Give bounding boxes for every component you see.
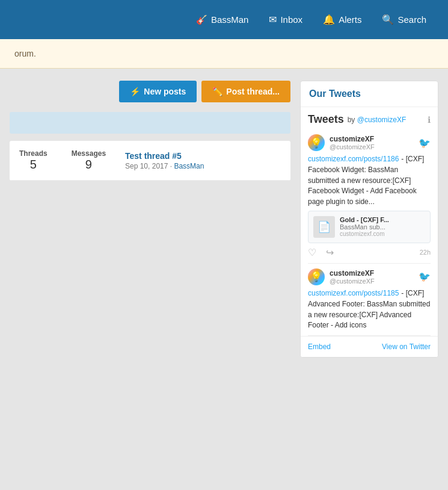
- tweet-user-row-2: 💡 customizeXF @customizeXF 🐦: [308, 268, 431, 285]
- by-text: by: [348, 116, 355, 124]
- lightning-icon: ⚡: [130, 87, 140, 96]
- tweets-widget-header: Our Tweets: [301, 81, 438, 107]
- tweet-card-sub-1: BassMan sub...: [340, 223, 425, 231]
- tweet-item-1: 💡 customizeXF @customizeXF 🐦 customizexf…: [308, 129, 431, 264]
- tweet-time-1: 22h: [420, 249, 431, 256]
- threads-count: 5: [30, 158, 37, 172]
- brand-label: BassMan: [211, 14, 249, 25]
- alerts-icon: 🔔: [323, 14, 335, 25]
- notice-text: orum.: [14, 49, 36, 58]
- left-panel: ⚡ New posts ✏️ Post thread... Threads 5 …: [10, 81, 290, 181]
- tweet-link-1[interactable]: customizexf.com/posts/1186: [308, 155, 399, 163]
- messages-stat: Messages 9: [72, 149, 106, 172]
- nav-inbox[interactable]: ✉ Inbox: [259, 9, 312, 30]
- tweet-avatar-2: 💡: [308, 268, 325, 285]
- tweet-card-title-1: Gold - [CXF] F...: [340, 216, 425, 223]
- tweet-link-2[interactable]: customizexf.com/posts/1185: [308, 289, 399, 297]
- nav-search[interactable]: 🔍 Search: [372, 9, 436, 30]
- table-row: Threads 5 Messages 9 Test thread #5 Sep …: [10, 141, 290, 181]
- post-thread-label: Post thread...: [226, 87, 280, 96]
- main-area: ⚡ New posts ✏️ Post thread... Threads 5 …: [0, 69, 448, 490]
- alerts-label: Alerts: [339, 14, 361, 25]
- new-posts-label: New posts: [144, 87, 186, 96]
- header-nav: 🎸 BassMan ✉ Inbox 🔔 Alerts 🔍 Search: [186, 9, 436, 30]
- thread-info: Test thread #5 Sep 10, 2017 · BassMan: [125, 151, 281, 170]
- tweet-body-1: customizexf.com/posts/1186 - [CXF] Faceb…: [308, 154, 431, 207]
- thread-list: Threads 5 Messages 9 Test thread #5 Sep …: [10, 141, 290, 181]
- nav-brand[interactable]: 🎸 BassMan: [186, 10, 259, 30]
- threads-label: Threads: [19, 149, 48, 158]
- twitter-bird-icon-1: 🐦: [419, 137, 431, 149]
- header: 🎸 BassMan ✉ Inbox 🔔 Alerts 🔍 Search: [0, 0, 448, 39]
- tweet-user-info-2: customizeXF @customizeXF: [330, 269, 414, 285]
- tweet-actions-1: ♡ ↪ 22h: [308, 247, 431, 258]
- tweet-username-2: customizeXF: [330, 269, 414, 278]
- tweet-user-row-1: 💡 customizeXF @customizeXF 🐦: [308, 134, 431, 151]
- thread-meta: Sep 10, 2017 · BassMan: [125, 162, 281, 170]
- tweet-handle-1: @customizeXF: [330, 143, 414, 150]
- thread-date: Sep 10, 2017: [125, 162, 168, 170]
- info-icon[interactable]: ℹ: [428, 115, 431, 125]
- tweet-retweet-button-1[interactable]: ↪: [326, 247, 334, 258]
- search-icon: 🔍: [382, 14, 394, 25]
- action-buttons-row: ⚡ New posts ✏️ Post thread...: [10, 81, 290, 102]
- filter-bar[interactable]: [10, 112, 290, 134]
- tweet-card-1[interactable]: 📄 Gold - [CXF] F... BassMan sub... custo…: [308, 211, 431, 243]
- tweet-user-info-1: customizeXF @customizeXF: [330, 135, 414, 150]
- search-label: Search: [397, 14, 426, 25]
- tweet-body-2: customizexf.com/posts/1185 - [CXF] Advan…: [308, 288, 431, 330]
- thread-author-link[interactable]: BassMan: [174, 162, 204, 170]
- tweets-header-label: Our Tweets: [309, 88, 361, 99]
- tweet-username-1: customizeXF: [330, 135, 414, 143]
- tweets-body: Tweets by @customizeXF ℹ 💡 customizeXF: [301, 107, 438, 357]
- thread-title-link[interactable]: Test thread #5: [125, 151, 182, 161]
- twitter-bird-icon-2: 🐦: [419, 271, 431, 282]
- tweets-footer: Embed View on Twitter: [301, 336, 438, 357]
- tweets-logo-label: Tweets: [308, 113, 344, 126]
- tweets-by-label: by @customizeXF: [348, 116, 407, 124]
- tweet-handle-2: @customizeXF: [330, 278, 414, 285]
- tweet-avatar-1: 💡: [308, 134, 325, 151]
- tweets-title-row: Tweets by @customizeXF ℹ: [301, 107, 438, 129]
- tweets-handle[interactable]: @customizeXF: [357, 116, 407, 124]
- inbox-label: Inbox: [280, 14, 302, 25]
- tweets-widget: Our Tweets Tweets by @customizeXF ℹ 💡: [300, 81, 438, 358]
- brand-icon: 🎸: [196, 14, 207, 25]
- nav-alerts[interactable]: 🔔 Alerts: [313, 9, 371, 30]
- inbox-icon: ✉: [269, 14, 277, 25]
- thread-stats: Threads 5 Messages 9: [19, 149, 115, 172]
- messages-count: 9: [85, 158, 92, 172]
- edit-icon: ✏️: [212, 87, 222, 96]
- tweet-card-info-1: Gold - [CXF] F... BassMan sub... customi…: [340, 216, 425, 237]
- tweet-card-domain-1: customizexf.com: [340, 231, 425, 237]
- tweet-like-button-1[interactable]: ♡: [308, 247, 316, 258]
- view-on-twitter-link[interactable]: View on Twitter: [382, 343, 431, 351]
- new-posts-button[interactable]: ⚡ New posts: [119, 81, 197, 102]
- notice-bar: orum.: [0, 39, 448, 69]
- embed-link[interactable]: Embed: [308, 343, 331, 351]
- tweet-card-icon-1: 📄: [313, 216, 335, 238]
- right-panel: Our Tweets Tweets by @customizeXF ℹ 💡: [300, 81, 438, 358]
- tweets-scroll[interactable]: 💡 customizeXF @customizeXF 🐦 customizexf…: [301, 129, 438, 336]
- messages-label: Messages: [72, 149, 106, 158]
- tweet-item-2: 💡 customizeXF @customizeXF 🐦 customizexf…: [308, 264, 431, 336]
- threads-stat: Threads 5: [19, 149, 48, 172]
- post-thread-button[interactable]: ✏️ Post thread...: [201, 81, 290, 102]
